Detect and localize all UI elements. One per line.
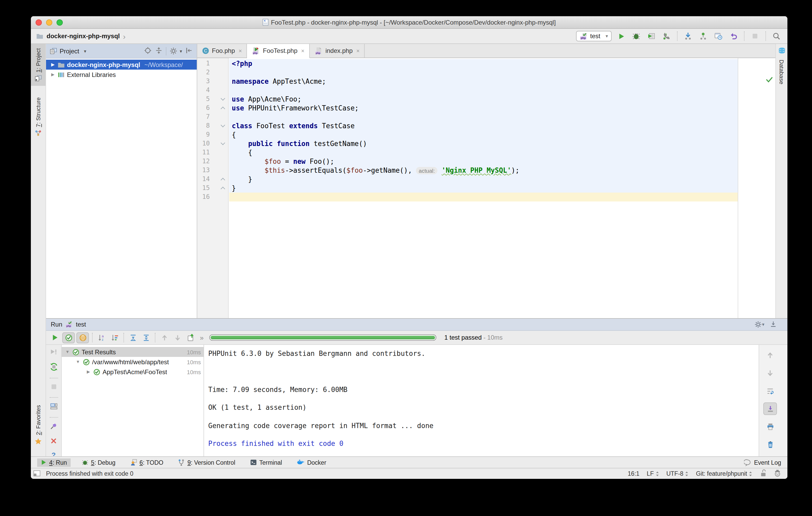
run-settings-gear-icon[interactable]: ▾	[755, 321, 764, 328]
run-with-coverage-button[interactable]	[646, 30, 657, 42]
recent-changes-button[interactable]	[713, 30, 724, 42]
hector-button[interactable]	[774, 469, 781, 478]
lock-toggle[interactable]	[760, 469, 766, 478]
hide-run-panel-button[interactable]	[770, 320, 777, 329]
clear-console-button[interactable]	[763, 438, 777, 451]
debug-button[interactable]	[631, 30, 642, 42]
scroll-to-end-toggle[interactable]	[763, 402, 777, 415]
show-ignored-toggle[interactable]	[77, 332, 89, 343]
fold-marker-icon[interactable]	[221, 96, 225, 101]
attach-debugger-button[interactable]	[661, 30, 672, 42]
tool-window-switcher-icon[interactable]	[33, 470, 41, 478]
status-widget-16-1[interactable]: 16:1	[628, 470, 640, 477]
sort-by-duration-button[interactable]	[109, 332, 120, 343]
project-panel-header[interactable]: Project ▾ ▾	[46, 44, 197, 59]
import-test-results-button[interactable]	[185, 332, 196, 343]
run-panel-header[interactable]: Run php test ▾	[46, 318, 787, 331]
inspections-ok-icon[interactable]	[766, 75, 773, 85]
code-editor[interactable]: 1<?php23namespace AppTest\Acme;45use App…	[197, 58, 775, 318]
tool-button-favorites[interactable]: 2: Favorites	[31, 401, 46, 449]
expander-icon[interactable]: ▶	[50, 72, 55, 77]
fold-marker-icon[interactable]	[221, 187, 225, 191]
run-configuration-select[interactable]: php test ▾	[576, 31, 612, 41]
tool-button-database[interactable]: Database	[779, 60, 785, 84]
code-line-1[interactable]: 1<?php	[197, 59, 775, 68]
sort-alphabetically-button[interactable]: az	[96, 332, 107, 343]
collapse-all-button[interactable]	[140, 332, 152, 343]
event-log-button[interactable]: Event Log	[744, 459, 781, 466]
code-line-12[interactable]: 12 $foo = new Foo();	[197, 157, 775, 166]
toggle-auto-test-button[interactable]	[50, 363, 58, 373]
expander-icon[interactable]: ▼	[65, 350, 70, 354]
update-project-button[interactable]	[682, 30, 694, 42]
search-everywhere-button[interactable]	[771, 30, 782, 42]
collapse-all-button[interactable]	[155, 46, 163, 56]
print-button[interactable]	[763, 420, 777, 433]
code-line-8[interactable]: 8class FooTest extends TestCase	[197, 121, 775, 130]
tool-button-project[interactable]: 1: Project	[31, 44, 46, 86]
code-line-11[interactable]: 11 {	[197, 148, 775, 157]
code-line-7[interactable]: 7	[197, 113, 775, 121]
close-run-panel-button[interactable]	[50, 437, 57, 447]
breadcrumb-project[interactable]: docker-nginx-php-mysql	[47, 32, 120, 40]
tool-window-button-debug[interactable]: 5: Debug	[78, 458, 119, 467]
tool-window-button-docker[interactable]: Docker	[293, 458, 330, 467]
run-console-output[interactable]: PHPUnit 6.3.0 by Sebastian Bergmann and …	[204, 345, 759, 456]
fold-marker-icon[interactable]	[221, 178, 225, 182]
soft-wrap-toggle[interactable]	[763, 385, 777, 397]
tool-button-structure[interactable]: 7: Structure	[31, 93, 46, 142]
code-line-10[interactable]: 10 public function testGetName()	[197, 139, 775, 148]
locate-file-button[interactable]	[144, 46, 152, 56]
title-bar[interactable]: FooTest.php - docker-nginx-php-mysql - […	[31, 16, 787, 29]
tool-window-button-terminal[interactable]: Terminal	[246, 458, 286, 467]
fold-marker-icon[interactable]	[221, 107, 225, 111]
test-tree-row[interactable]: ▼/var/www/html/web/app/test10ms	[62, 357, 204, 367]
code-line-14[interactable]: 14 }	[197, 175, 775, 184]
editor-tab-foo-php[interactable]: CFoo.php×	[197, 44, 247, 58]
status-widget-utf-8[interactable]: UTF-8	[666, 470, 689, 477]
test-tree-row[interactable]: ▶AppTest\Acme\FooTest10ms	[62, 367, 204, 377]
tab-close-icon[interactable]: ×	[301, 48, 304, 54]
expander-icon[interactable]: ▶	[86, 370, 91, 374]
fold-marker-icon[interactable]	[221, 123, 225, 127]
status-widget-lf[interactable]: LF	[647, 470, 659, 477]
zoom-window-button[interactable]	[57, 19, 63, 26]
breadcrumb[interactable]: docker-nginx-php-mysql ›	[36, 32, 125, 40]
settings-gear-icon[interactable]: ▾	[170, 47, 182, 55]
code-line-4[interactable]: 4	[197, 86, 775, 95]
code-line-6[interactable]: 6use PHPUnit\Framework\TestCase;	[197, 104, 775, 113]
tool-window-button-version-control[interactable]: 9: Version Control	[174, 458, 239, 467]
event-log-label[interactable]: Event Log	[754, 459, 781, 465]
tool-window-button-run[interactable]: 4: Run	[37, 458, 70, 466]
project-tree-item[interactable]: ▶docker-nginx-php-mysql~/Workspace/	[46, 60, 197, 69]
expander-icon[interactable]: ▶	[50, 62, 55, 67]
run-button[interactable]	[615, 30, 627, 42]
rerun-button[interactable]	[49, 332, 61, 343]
pin-tab-button[interactable]	[50, 422, 58, 432]
code-line-15[interactable]: 15}	[197, 184, 775, 193]
tab-close-icon[interactable]: ×	[356, 48, 360, 54]
chevron-down-icon[interactable]: ▾	[84, 49, 86, 54]
code-line-5[interactable]: 5use App\Acme\Foo;	[197, 95, 775, 104]
test-tree-row[interactable]: ▼Test Results10ms	[62, 347, 204, 357]
fold-marker-icon[interactable]	[221, 141, 225, 145]
code-line-2[interactable]: 2	[197, 68, 775, 77]
minimize-window-button[interactable]	[46, 19, 52, 26]
code-line-13[interactable]: 13 $this->assertEquals($foo->getName(), …	[197, 166, 775, 175]
code-line-16[interactable]: 16	[197, 193, 775, 201]
undo-button[interactable]	[728, 30, 739, 42]
expander-icon[interactable]: ▼	[75, 360, 81, 364]
project-tree-item[interactable]: ▶External Libraries	[46, 69, 197, 80]
restore-layout-button[interactable]	[50, 402, 58, 412]
tab-close-icon[interactable]: ×	[239, 48, 242, 54]
editor-tab-footest-php[interactable]: phpFooTest.php×	[247, 44, 310, 58]
editor-tab-index-php[interactable]: phpindex.php×	[310, 44, 365, 58]
expand-all-button[interactable]	[127, 332, 139, 343]
show-passed-toggle[interactable]	[62, 332, 75, 343]
more-actions-chevron[interactable]: »	[200, 334, 204, 341]
code-line-3[interactable]: 3namespace AppTest\Acme;	[197, 77, 775, 86]
close-window-button[interactable]	[36, 19, 42, 26]
code-line-9[interactable]: 9{	[197, 130, 775, 139]
commit-changes-button[interactable]	[697, 30, 709, 42]
hide-panel-button[interactable]	[185, 46, 193, 56]
